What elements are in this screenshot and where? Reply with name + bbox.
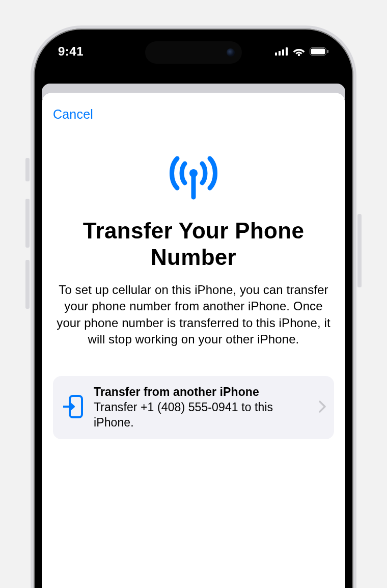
battery-icon [310, 47, 329, 56]
dynamic-island [145, 41, 242, 64]
phone-side-button [25, 158, 30, 181]
phone-volume-up-button [25, 199, 30, 248]
transfer-option-body: Transfer from another iPhone Transfer +1… [94, 385, 309, 430]
page-title: Transfer Your Phone Number [53, 218, 334, 271]
svg-rect-6 [311, 49, 325, 55]
modal-sheet: Cancel Transfer Your Phone Number [42, 93, 345, 588]
transfer-option-title: Transfer from another iPhone [94, 385, 309, 399]
status-indicators [275, 47, 329, 56]
front-camera-icon [227, 48, 235, 57]
svg-rect-3 [286, 47, 288, 56]
wifi-icon [293, 47, 305, 56]
svg-rect-1 [279, 51, 281, 56]
svg-rect-7 [327, 50, 329, 53]
svg-point-4 [298, 54, 300, 56]
page-subtitle: To set up cellular on this iPhone, you c… [53, 282, 334, 348]
status-time: 9:41 [58, 44, 84, 59]
transfer-in-icon [63, 394, 84, 421]
transfer-option-cell[interactable]: Transfer from another iPhone Transfer +1… [53, 376, 334, 439]
phone-volume-down-button [25, 260, 30, 309]
chevron-right-icon [319, 400, 326, 415]
stage: 9:41 [0, 0, 387, 588]
cellular-antenna-icon [53, 154, 334, 200]
cellular-signal-icon [275, 47, 288, 56]
svg-rect-2 [282, 49, 284, 56]
phone-frame: 9:41 [31, 25, 356, 588]
cancel-button[interactable]: Cancel [53, 105, 93, 124]
transfer-option-subtitle: Transfer +1 (408) 555-0941 to this iPhon… [94, 400, 309, 430]
phone-power-button [357, 214, 362, 287]
svg-rect-0 [275, 52, 277, 56]
